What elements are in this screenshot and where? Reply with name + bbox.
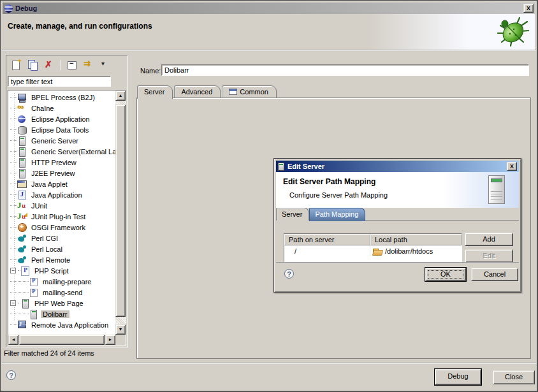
cancel-button[interactable]: Cancel xyxy=(471,268,518,281)
close-button[interactable]: Close xyxy=(493,370,535,384)
server-icon xyxy=(29,310,39,319)
tree-item-java-applet[interactable]: Java Applet xyxy=(8,178,115,189)
dialog-header: Create, manage, and run configurations xyxy=(3,14,535,50)
eclipse-app-icon xyxy=(17,115,27,124)
mapping-table-body: //dolibarr/htdocs xyxy=(284,245,462,256)
tree-item-perl-remote[interactable]: Perl Remote xyxy=(8,254,115,265)
osgi-icon xyxy=(17,223,27,232)
window-close-button[interactable]: X xyxy=(523,4,534,13)
tree-item-eclipse-data-tools[interactable]: Eclipse Data Tools xyxy=(8,124,115,135)
tree-item-remote-java-application[interactable]: Remote Java Application xyxy=(8,319,115,330)
common-tab-icon xyxy=(229,89,237,95)
eclipse-icon xyxy=(4,4,13,13)
tree-item-php-script[interactable]: −PHP Script xyxy=(8,265,115,276)
tree-item-junit[interactable]: JUnit xyxy=(8,200,115,211)
page-title: Create, manage, and run configurations xyxy=(8,22,152,31)
add-mapping-button[interactable]: Add xyxy=(465,233,513,246)
junit-plugin-icon xyxy=(17,212,27,221)
dialog-help-icon[interactable]: ? xyxy=(284,269,294,279)
folder-icon xyxy=(373,247,382,255)
scroll-down-icon[interactable]: ▼ xyxy=(115,324,126,335)
edit-mapping-button[interactable]: Edit xyxy=(465,249,513,263)
remote-java-icon xyxy=(17,321,27,330)
bug-icon xyxy=(494,14,531,50)
tree-item-mailing-prepare[interactable]: mailing-prepare xyxy=(8,276,115,287)
tree-item-eclipse-application[interactable]: Eclipse Application xyxy=(8,113,115,124)
duplicate-configuration-icon[interactable] xyxy=(27,60,38,70)
scroll-up-icon[interactable]: ▲ xyxy=(115,91,126,101)
tab-server-settings[interactable]: Server xyxy=(276,208,309,221)
tab-common[interactable]: Common xyxy=(222,85,277,98)
server-icon xyxy=(17,169,27,178)
server-icon xyxy=(17,158,27,167)
collapse-all-icon[interactable] xyxy=(67,60,78,70)
tree-item-junit-plug-in-test[interactable]: JUnit Plug-in Test xyxy=(8,211,115,222)
edit-server-header: Edit Server Path Mapping Configure Serve… xyxy=(276,172,519,208)
collapse-toggle-icon[interactable]: − xyxy=(10,268,16,273)
tree-item-generic-server-external-la[interactable]: Generic Server(External La xyxy=(8,146,115,157)
scrollbar-corner xyxy=(115,335,126,345)
tree-vertical-scrollbar[interactable]: ▲ ▼ xyxy=(115,91,126,335)
new-configuration-icon[interactable] xyxy=(11,60,22,70)
type-filter-input[interactable] xyxy=(8,76,111,87)
path-mapping-pane: Path on server Local path //dolibarr/htd… xyxy=(276,220,519,290)
java-applet-icon xyxy=(17,180,27,189)
debug-button[interactable]: Debug xyxy=(435,369,481,385)
tree-item-perl-local[interactable]: Perl Local xyxy=(8,243,115,254)
tree-item-java-application[interactable]: Java Application xyxy=(8,189,115,200)
tree-item-php-web-page[interactable]: −PHP Web Page xyxy=(8,298,115,309)
column-local-path[interactable]: Local path xyxy=(370,234,462,245)
collapse-toggle-icon[interactable]: − xyxy=(10,300,16,306)
server-icon xyxy=(17,147,27,156)
tree-item-cha-ne[interactable]: Chaîne xyxy=(8,103,115,113)
junit-icon xyxy=(17,201,27,210)
tree-item-bpel-process-b2j[interactable]: BPEL Process (B2J) xyxy=(8,92,115,103)
edit-server-dialog: Edit Server X Edit Server Path Mapping C… xyxy=(273,158,521,293)
scroll-right-icon[interactable]: ► xyxy=(105,335,115,345)
help-icon[interactable]: ? xyxy=(6,370,16,380)
column-path-on-server[interactable]: Path on server xyxy=(284,234,370,245)
name-label: Name: xyxy=(140,67,161,75)
server-tower-icon xyxy=(488,175,505,204)
mapping-table-head: Path on server Local path xyxy=(284,234,462,245)
tab-advanced[interactable]: Advanced xyxy=(174,85,221,98)
scroll-left-icon[interactable]: ◄ xyxy=(8,335,18,345)
edit-server-titlebar[interactable]: Edit Server X xyxy=(276,161,519,172)
vertical-scroll-thumb[interactable] xyxy=(115,105,126,317)
mapping-row[interactable]: //dolibarr/htdocs xyxy=(284,245,462,256)
java-app-icon xyxy=(17,191,27,200)
edit-server-close-button[interactable]: X xyxy=(507,162,517,171)
tree-item-generic-server[interactable]: Generic Server xyxy=(8,135,115,146)
bpel-process-icon xyxy=(17,93,27,102)
window-titlebar[interactable]: Debug X xyxy=(3,3,535,14)
tree-item-perl-cgi[interactable]: Perl CGI xyxy=(8,233,115,243)
horizontal-scroll-thumb[interactable] xyxy=(19,335,105,345)
tree-horizontal-scrollbar[interactable]: ◄ ► xyxy=(8,335,115,345)
tree-item-mailing-send[interactable]: mailing-send xyxy=(8,287,115,298)
tab-path-mapping[interactable]: Path Mapping xyxy=(309,208,365,221)
name-input[interactable] xyxy=(161,64,529,76)
tree-item-j2ee-preview[interactable]: J2EE Preview xyxy=(8,168,115,178)
config-tabs: Server Advanced Common xyxy=(137,85,278,98)
edit-server-tabs: Server Path Mapping xyxy=(276,208,365,221)
edit-server-title: Edit Server xyxy=(287,163,507,170)
tree-item-http-preview[interactable]: HTTP Preview xyxy=(8,157,115,168)
tree-item-osgi-framework[interactable]: OSGi Framework xyxy=(8,222,115,233)
chain-icon xyxy=(17,104,27,113)
perl-icon xyxy=(17,256,27,265)
configurations-toolbar xyxy=(7,56,127,74)
tree-item-dolibarr[interactable]: Dolibarr xyxy=(8,309,115,319)
window-title: Debug xyxy=(15,4,523,12)
ok-button[interactable]: OK xyxy=(425,268,466,281)
server-icon xyxy=(20,299,31,308)
delete-configuration-icon[interactable] xyxy=(44,60,55,70)
tab-server[interactable]: Server xyxy=(137,85,173,99)
menu-dropdown-icon[interactable] xyxy=(100,60,111,70)
dialog-header-fade xyxy=(442,172,519,208)
config-tree: BPEL Process (B2J)ChaîneEclipse Applicat… xyxy=(8,92,115,335)
toolbar-separator xyxy=(61,60,61,70)
dialog-subheading: Configure Server Path Mapping xyxy=(289,191,388,199)
php-file-icon xyxy=(29,277,39,286)
dialog-heading: Edit Server Path Mapping xyxy=(283,177,375,186)
filter-configurations-icon[interactable] xyxy=(84,60,94,70)
